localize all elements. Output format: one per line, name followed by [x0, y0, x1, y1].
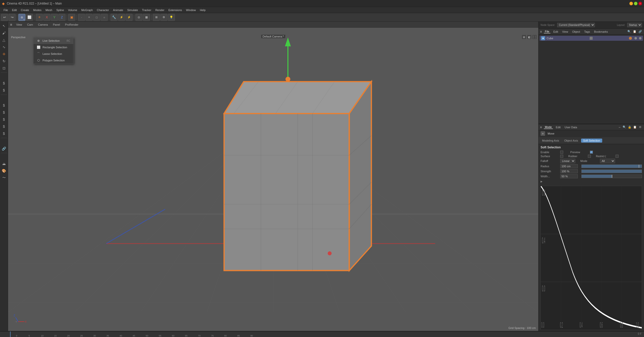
minimize-button[interactable]: − [629, 2, 633, 5]
object-render-dot[interactable] [639, 37, 641, 39]
hamburger-icon[interactable]: ≡ [10, 23, 12, 27]
sidebar-measure-icon[interactable]: $ [1, 87, 7, 94]
dropdown-arrow[interactable]: ▼ [23, 19, 25, 20]
falloff-select[interactable]: Linear [560, 159, 575, 163]
sidebar-extrude-icon[interactable]: $ [1, 116, 7, 123]
modeling-axis-tab[interactable]: Modeling Axis [540, 139, 561, 143]
attr-search-icon[interactable]: 🔍 [622, 125, 627, 130]
menu-edit[interactable]: Edit [10, 7, 19, 13]
viewport[interactable]: ≡ View Cam Camera Panel ProRender [8, 22, 538, 331]
width-slider[interactable] [581, 175, 642, 178]
menu-volume[interactable]: Volume [66, 7, 79, 13]
sidebar-rotate-icon[interactable]: ↻ [1, 58, 7, 64]
nodespace-select[interactable]: Current (Standard/Physical) [557, 23, 595, 27]
close-button[interactable]: × [638, 2, 642, 5]
enable-checkbox[interactable] [560, 151, 563, 154]
strength-slider[interactable] [581, 170, 642, 173]
om-tab-bookmarks[interactable]: Bookmarks [593, 30, 609, 33]
snap2-btn[interactable]: ⚡ [126, 14, 133, 21]
soft-selection-tab[interactable]: Soft Selection [581, 139, 602, 143]
sidebar-paint-icon[interactable]: 🎨 [1, 167, 7, 174]
menu-animate[interactable]: Animate [111, 7, 125, 13]
light-btn[interactable]: 💡 [168, 14, 175, 21]
vp-tab-prorender[interactable]: ProRender [64, 23, 79, 26]
render-button[interactable]: ▣ [68, 14, 75, 21]
sidebar-polygon-icon[interactable]: △ [1, 37, 7, 43]
undo-button[interactable]: ↩ [1, 14, 8, 21]
rubber-checkbox[interactable] [588, 155, 591, 158]
om-tab-edit[interactable]: Edit [552, 30, 559, 33]
attr-copy-icon[interactable]: 📋 [633, 125, 637, 130]
rectangle-selection-button[interactable]: ⬜ [26, 14, 33, 21]
radius-input[interactable] [560, 164, 578, 168]
sidebar-bevel-icon[interactable]: $ [1, 123, 7, 130]
attr-tab-edit[interactable]: Edit [555, 126, 562, 129]
x-axis-button[interactable]: X [43, 14, 50, 21]
vp-tab-view[interactable]: View [15, 23, 23, 26]
menu-simulate[interactable]: Simulate [125, 7, 140, 13]
sidebar-deform-icon[interactable]: 〜 [1, 175, 7, 181]
move-tool-button[interactable]: ✛ [36, 14, 43, 21]
curve-area[interactable]: 0.8 0.4 0.0 0.0 0.2 0.4 0.6 0.8 1.0 [541, 186, 642, 330]
om-tab-object[interactable]: Object [571, 30, 581, 33]
om-hamburger[interactable]: ≡ [540, 30, 542, 33]
sidebar-bridge-icon[interactable]: $ [1, 109, 7, 116]
surface-checkbox[interactable] [560, 155, 563, 158]
om-search-icon[interactable]: 🔍 [627, 29, 631, 34]
attr-hamburger[interactable]: ≡ [540, 125, 542, 129]
material-btn[interactable]: ◎ [135, 14, 142, 21]
live-selection-item[interactable]: ⊕ Live Selection RC [33, 37, 73, 44]
menu-modes[interactable]: Modes [31, 7, 44, 13]
vp-tab-panel[interactable]: Panel [52, 23, 61, 26]
vp-tab-cam[interactable]: Cam [26, 23, 34, 26]
om-tab-file[interactable]: File [544, 30, 550, 33]
grid-btn[interactable]: ⊞ [153, 14, 160, 21]
attr-tab-userdata[interactable]: User Data [564, 126, 578, 129]
sidebar-magnet-icon[interactable]: 🔗 [1, 145, 7, 152]
attr-tab-mode[interactable]: Mode [544, 125, 553, 129]
preview-checkbox[interactable]: ✓ [590, 151, 593, 154]
add-track-button[interactable]: + [541, 131, 545, 136]
vp-layout-btn[interactable]: ◧ [527, 35, 532, 39]
rectangle-selection-item[interactable]: ⬜ Rectangle Selection [33, 44, 73, 51]
strength-input[interactable] [560, 169, 578, 173]
menu-extensions[interactable]: Extensions [166, 7, 184, 13]
menu-mograph[interactable]: MoGraph [79, 7, 95, 13]
sidebar-snap-icon[interactable]: $ [1, 80, 7, 87]
sidebar-brush-icon[interactable]: 🖌 [1, 30, 7, 36]
z-axis-button[interactable]: Z [58, 14, 65, 21]
width-input[interactable] [560, 174, 578, 178]
object-mode-btn[interactable]: ○ [101, 14, 108, 21]
vp-fullscreen-btn[interactable]: ⛶ [532, 35, 537, 39]
menu-character[interactable]: Character [95, 7, 111, 13]
settings-btn[interactable]: ⚙ [160, 14, 167, 21]
om-icon2[interactable]: 📋 [632, 29, 637, 34]
attr-icon4[interactable]: ⚙ [638, 125, 642, 130]
sidebar-spline-icon[interactable]: ∿ [1, 44, 7, 50]
snap-btn[interactable]: ⚡ [118, 14, 125, 21]
redo-button[interactable]: ↪ [9, 14, 16, 21]
sidebar-knife-icon[interactable]: $ [1, 102, 7, 109]
om-tab-tags[interactable]: Tags [583, 30, 591, 33]
om-tab-view[interactable]: View [561, 30, 569, 33]
menu-mesh[interactable]: Mesh [44, 7, 54, 13]
texture-btn[interactable]: ▦ [143, 14, 150, 21]
restrict-checkbox[interactable] [616, 155, 619, 158]
sidebar-weld-icon[interactable]: $ [1, 130, 7, 137]
points-mode-btn[interactable]: · [78, 14, 85, 21]
radius-slider[interactable] [581, 164, 642, 168]
menu-window[interactable]: Window [184, 7, 198, 13]
mode-select[interactable]: All [600, 159, 615, 163]
maximize-button[interactable]: □ [634, 2, 637, 5]
object-visible-dot[interactable] [634, 37, 637, 39]
sidebar-move-icon[interactable]: ✛ [1, 51, 7, 57]
expand-arrow[interactable]: ▶ [541, 180, 543, 183]
lasso-selection-item[interactable]: ⌒ Lasso Selection [33, 51, 73, 57]
menu-spline[interactable]: Spline [54, 7, 66, 13]
y-axis-button[interactable]: Y [51, 14, 58, 21]
cube-object-item[interactable]: ■ Cube [540, 36, 643, 41]
edges-mode-btn[interactable]: ⌗ [86, 14, 93, 21]
menu-create[interactable]: Create [19, 7, 31, 13]
polygons-mode-btn[interactable]: □ [93, 14, 100, 21]
sidebar-cursor-icon[interactable]: ↖ [1, 23, 7, 29]
